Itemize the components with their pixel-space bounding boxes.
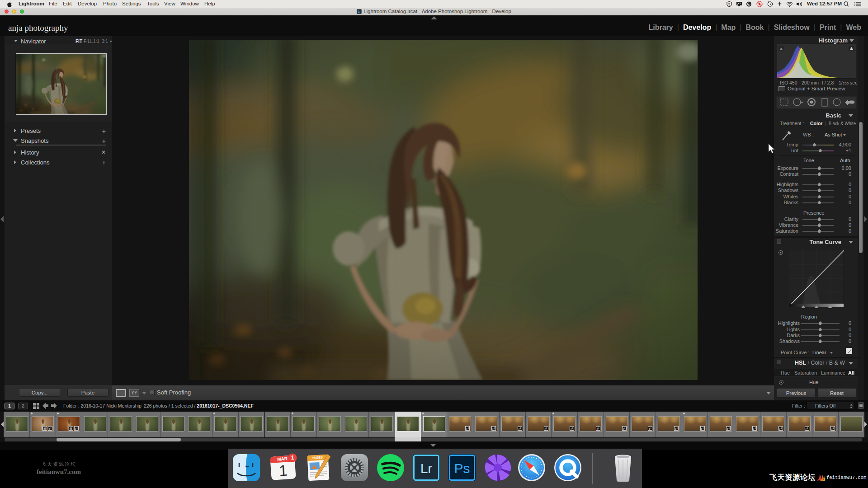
svg-text:PAGES: PAGES [312, 455, 323, 459]
svg-text:Lr: Lr [358, 10, 361, 13]
svg-text:1: 1 [278, 461, 288, 479]
svg-text:Ps: Ps [454, 461, 470, 476]
svg-text:1: 1 [291, 455, 294, 461]
svg-text:Lr: Lr [420, 461, 433, 476]
svg-text:MAR: MAR [277, 456, 288, 462]
svg-text:5: 5 [728, 3, 730, 6]
